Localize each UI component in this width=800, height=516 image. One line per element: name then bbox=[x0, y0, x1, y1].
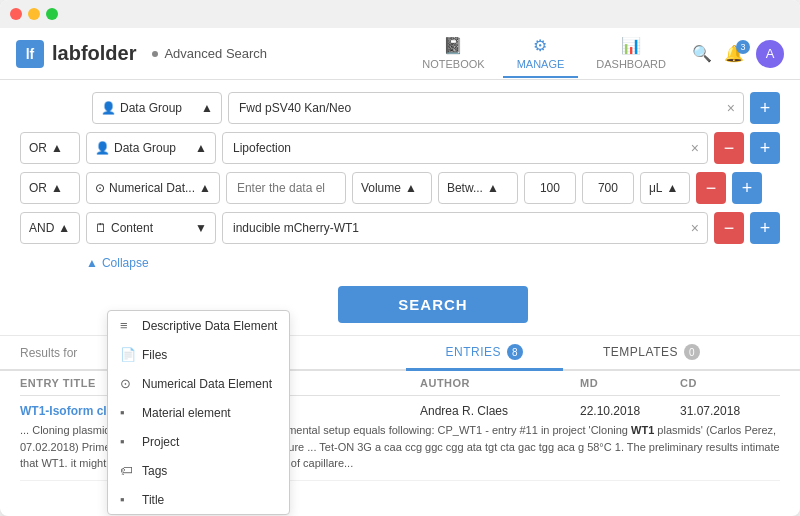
dropdown-item-title[interactable]: ▪ Title bbox=[108, 485, 289, 514]
dropdown-item-material[interactable]: ▪ Material element bbox=[108, 398, 289, 427]
range-select[interactable]: Betw... ▲ bbox=[438, 172, 518, 204]
field-label-1: Data Group bbox=[120, 101, 182, 115]
value-input-2[interactable]: × bbox=[222, 132, 708, 164]
value-input-4[interactable]: × bbox=[222, 212, 708, 244]
operator-chevron-2: ▲ bbox=[51, 141, 63, 155]
field-select-2[interactable]: 👤 Data Group ▲ bbox=[86, 132, 216, 164]
main: 👤 Data Group ▲ × + OR ▲ 👤 Data Gr bbox=[0, 80, 800, 516]
tab-manage[interactable]: ⚙ MANAGE bbox=[503, 30, 579, 78]
dropdown-item-tags[interactable]: 🏷 Tags bbox=[108, 456, 289, 485]
range-from-input[interactable] bbox=[524, 172, 576, 204]
close-btn[interactable] bbox=[10, 8, 22, 20]
add-filter-btn-4[interactable]: + bbox=[750, 212, 780, 244]
data-element-input[interactable] bbox=[226, 172, 346, 204]
field-select-1[interactable]: 👤 Data Group ▲ bbox=[92, 92, 222, 124]
operator-chevron-3: ▲ bbox=[51, 181, 63, 195]
dropdown-item-files-label: Files bbox=[142, 348, 167, 362]
operator-select-3[interactable]: OR ▲ bbox=[20, 172, 80, 204]
notification-button[interactable]: 🔔 3 bbox=[724, 44, 744, 63]
remove-filter-btn-2[interactable]: − bbox=[714, 132, 744, 164]
col-md: MD bbox=[580, 377, 680, 389]
value-field-4[interactable] bbox=[223, 217, 683, 239]
filter-row-2: OR ▲ 👤 Data Group ▲ × − + bbox=[20, 132, 780, 164]
add-filter-btn-1[interactable]: + bbox=[750, 92, 780, 124]
filter-row-1: 👤 Data Group ▲ × + bbox=[20, 92, 780, 124]
condition-chevron: ▲ bbox=[405, 181, 417, 195]
title-icon: ▪ bbox=[120, 492, 134, 507]
range-label: Betw... bbox=[447, 181, 483, 195]
descriptive-icon: ≡ bbox=[120, 318, 134, 333]
titlebar bbox=[0, 0, 800, 28]
field-label-2: Data Group bbox=[114, 141, 176, 155]
logo-text: labfolder bbox=[52, 42, 136, 65]
dropdown-item-tags-label: Tags bbox=[142, 464, 167, 478]
search-section: 👤 Data Group ▲ × + OR ▲ 👤 Data Gr bbox=[0, 80, 800, 336]
entries-tab-label: ENTRIES bbox=[446, 345, 502, 359]
operator-select-4[interactable]: AND ▲ bbox=[20, 212, 80, 244]
condition-select[interactable]: Volume ▲ bbox=[352, 172, 432, 204]
search-button-main[interactable]: SEARCH bbox=[338, 286, 527, 323]
filter-row-3: OR ▲ ⊙ Numerical Dat... ▲ Volume ▲ Betw.… bbox=[20, 172, 780, 204]
unit-label: μL bbox=[649, 181, 663, 195]
avatar[interactable]: A bbox=[756, 40, 784, 68]
range-chevron: ▲ bbox=[487, 181, 499, 195]
collapse-link[interactable]: ▲ Collapse bbox=[86, 252, 780, 278]
templates-tab-label: TEMPLATES bbox=[603, 345, 678, 359]
notebook-icon: 📓 bbox=[443, 36, 463, 55]
remove-filter-btn-3[interactable]: − bbox=[696, 172, 726, 204]
project-icon: ▪ bbox=[120, 434, 134, 449]
clear-btn-1[interactable]: × bbox=[719, 100, 743, 116]
field-icon-3: ⊙ bbox=[95, 181, 105, 195]
tab-manage-label: MANAGE bbox=[517, 58, 565, 70]
clear-btn-2[interactable]: × bbox=[683, 140, 707, 156]
templates-badge: 0 bbox=[684, 344, 700, 360]
dropdown-item-numerical-label: Numerical Data Element bbox=[142, 377, 272, 391]
header: lf labfolder Advanced Search 📓 NOTEBOOK … bbox=[0, 28, 800, 80]
unit-chevron: ▲ bbox=[667, 181, 679, 195]
field-chevron-2: ▲ bbox=[195, 141, 207, 155]
filter-row-4: AND ▲ 🗒 Content ▼ × − + bbox=[20, 212, 780, 244]
value-input-1[interactable]: × bbox=[228, 92, 744, 124]
add-filter-btn-2[interactable]: + bbox=[750, 132, 780, 164]
field-icon-2: 👤 bbox=[95, 141, 110, 155]
dropdown-item-descriptive[interactable]: ≡ Descriptive Data Element bbox=[108, 311, 289, 340]
tab-dashboard-label: DASHBOARD bbox=[596, 58, 666, 70]
collapse-chevron: ▲ bbox=[86, 256, 98, 270]
dropdown-item-numerical[interactable]: ⊙ Numerical Data Element bbox=[108, 369, 289, 398]
clear-btn-4[interactable]: × bbox=[683, 220, 707, 236]
unit-select[interactable]: μL ▲ bbox=[640, 172, 690, 204]
material-icon: ▪ bbox=[120, 405, 134, 420]
operator-label-4: AND bbox=[29, 221, 54, 235]
tab-notebook[interactable]: 📓 NOTEBOOK bbox=[408, 30, 498, 78]
field-icon-4: 🗒 bbox=[95, 221, 107, 235]
value-field-2[interactable] bbox=[223, 137, 683, 159]
field-label-4: Content bbox=[111, 221, 153, 235]
operator-chevron-4: ▲ bbox=[58, 221, 70, 235]
header-icons: 🔍 🔔 3 A bbox=[692, 40, 784, 68]
add-filter-btn-3[interactable]: + bbox=[732, 172, 762, 204]
files-icon: 📄 bbox=[120, 347, 134, 362]
entry-md: 22.10.2018 bbox=[580, 404, 680, 418]
logo: lf labfolder bbox=[16, 40, 136, 68]
operator-select-2[interactable]: OR ▲ bbox=[20, 132, 80, 164]
value-field-1[interactable] bbox=[229, 97, 719, 119]
minimize-btn[interactable] bbox=[28, 8, 40, 20]
remove-filter-btn-4[interactable]: − bbox=[714, 212, 744, 244]
maximize-btn[interactable] bbox=[46, 8, 58, 20]
numerical-icon: ⊙ bbox=[120, 376, 134, 391]
range-to-input[interactable] bbox=[582, 172, 634, 204]
field-select-3[interactable]: ⊙ Numerical Dat... ▲ bbox=[86, 172, 220, 204]
tab-entries[interactable]: ENTRIES 8 bbox=[406, 336, 564, 371]
advanced-search-label: Advanced Search bbox=[164, 46, 267, 61]
tab-templates[interactable]: TEMPLATES 0 bbox=[563, 336, 740, 371]
field-chevron-3: ▲ bbox=[199, 181, 211, 195]
separator-dot bbox=[152, 51, 158, 57]
tab-dashboard[interactable]: 📊 DASHBOARD bbox=[582, 30, 680, 78]
field-dropdown: ≡ Descriptive Data Element 📄 Files ⊙ Num… bbox=[107, 310, 290, 515]
field-select-4[interactable]: 🗒 Content ▼ bbox=[86, 212, 216, 244]
dropdown-item-material-label: Material element bbox=[142, 406, 231, 420]
dropdown-item-project[interactable]: ▪ Project bbox=[108, 427, 289, 456]
field-icon-1: 👤 bbox=[101, 101, 116, 115]
search-button[interactable]: 🔍 bbox=[692, 44, 712, 63]
dropdown-item-files[interactable]: 📄 Files bbox=[108, 340, 289, 369]
